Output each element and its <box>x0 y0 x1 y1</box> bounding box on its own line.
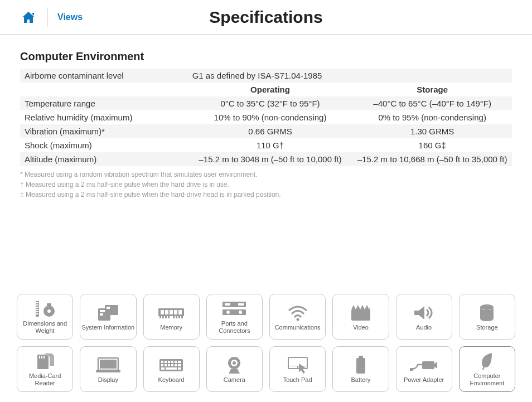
tile-ports-connectors[interactable]: Ports and Connectors <box>206 294 263 340</box>
row-vibration: Vibration (maximum)* 0.66 GRMS 1.30 GRMS <box>20 124 512 138</box>
tile-label: Computer Environment <box>461 372 514 386</box>
row-humidity: Relative humidity (maximum) 10% to 90% (… <box>20 110 512 124</box>
svg-rect-42 <box>100 360 117 369</box>
tile-label: Audio <box>416 324 432 331</box>
tile-camera[interactable]: Camera <box>206 346 263 392</box>
svg-rect-31 <box>238 303 244 306</box>
wifi-icon <box>287 303 309 323</box>
svg-rect-12 <box>100 313 103 316</box>
tile-touch-pad[interactable]: Touch Pad <box>269 346 326 392</box>
tile-keyboard[interactable]: Keyboard <box>143 346 200 392</box>
tile-label: Ports and Connectors <box>208 320 261 334</box>
svg-rect-21 <box>159 316 161 318</box>
svg-rect-3 <box>36 307 38 308</box>
svg-rect-40 <box>43 356 45 359</box>
svg-point-34 <box>239 311 242 314</box>
svg-rect-2 <box>36 304 38 306</box>
svg-rect-50 <box>178 361 181 363</box>
svg-rect-26 <box>176 316 177 318</box>
svg-rect-75 <box>436 367 437 368</box>
tile-communications[interactable]: Communications <box>269 294 326 340</box>
tiles-row-1: Dimensions and Weight System Information <box>17 294 515 340</box>
svg-rect-57 <box>161 367 165 370</box>
row-altitude: Altitude (maximum) –15.2 m to 3048 m (–5… <box>20 152 512 166</box>
tile-label: Camera <box>224 376 245 384</box>
svg-rect-22 <box>162 316 164 318</box>
svg-rect-20 <box>178 310 182 314</box>
home-icon <box>21 11 36 24</box>
footnotes: * Measured using a random vibration spec… <box>20 169 512 200</box>
svg-rect-52 <box>165 364 167 366</box>
tile-system-information[interactable]: System Information <box>80 294 136 340</box>
dimensions-weight-icon <box>33 299 57 319</box>
views-link[interactable]: Views <box>57 12 83 22</box>
svg-rect-49 <box>175 361 177 363</box>
tile-memory[interactable]: Memory <box>143 294 200 340</box>
svg-rect-16 <box>161 310 164 314</box>
tile-label: Keyboard <box>158 376 185 384</box>
svg-rect-1 <box>36 302 38 303</box>
tile-media-card-reader[interactable]: Media-Card Reader <box>17 346 73 392</box>
cell-label: Relative humidity (maximum) <box>20 110 188 124</box>
footnote-a: * Measured using a random vibration spec… <box>20 169 512 180</box>
tile-battery[interactable]: Battery <box>332 346 389 392</box>
svg-rect-65 <box>289 366 297 368</box>
svg-rect-74 <box>436 362 437 364</box>
svg-rect-18 <box>170 310 173 314</box>
tile-computer-environment[interactable]: Computer Environment <box>459 346 515 392</box>
svg-rect-30 <box>225 303 230 306</box>
svg-rect-28 <box>181 316 183 318</box>
svg-rect-46 <box>165 361 167 363</box>
cell-operating: 110 G† <box>188 138 353 152</box>
svg-rect-14 <box>107 307 110 309</box>
memory-icon <box>157 303 185 323</box>
vertical-divider <box>47 8 47 27</box>
cell-label: Temperature range <box>20 96 188 110</box>
tile-power-adapter[interactable]: Power Adapter <box>396 346 452 392</box>
svg-rect-55 <box>175 364 177 366</box>
row-headers: Operating Storage <box>20 83 512 96</box>
system-information-icon <box>97 303 119 323</box>
svg-rect-67 <box>359 356 363 358</box>
keyboard-icon <box>158 355 184 375</box>
tile-label: Memory <box>160 324 182 331</box>
tile-display[interactable]: Display <box>80 346 136 392</box>
svg-rect-64 <box>289 358 307 366</box>
cell-storage: 0% to 95% (non-condensing) <box>352 110 512 124</box>
cell-operating: 10% to 90% (non-condensing) <box>188 110 353 124</box>
tile-dimensions-weight[interactable]: Dimensions and Weight <box>17 294 73 340</box>
tiles-row-2: Media-Card Reader Display <box>17 346 515 392</box>
tile-label: Communications <box>275 324 321 331</box>
tile-storage[interactable]: Storage <box>459 294 515 340</box>
svg-point-37 <box>480 304 494 310</box>
cell-label: Altitude (maximum) <box>20 152 188 166</box>
power-adapter-icon <box>410 355 438 375</box>
col-operating: Operating <box>188 83 353 96</box>
svg-rect-45 <box>161 361 163 363</box>
footnote-b: † Measured using a 2 ms half-sine pulse … <box>20 180 512 190</box>
tile-video[interactable]: Video <box>332 294 389 340</box>
row-temperature: Temperature range 0°C to 35°C (32°F to 9… <box>20 96 512 110</box>
video-icon <box>350 303 371 323</box>
svg-rect-8 <box>47 303 51 306</box>
cell-operating: 0.66 GRMS <box>188 124 353 138</box>
svg-rect-32 <box>223 309 246 315</box>
content-area: Computer Environment Airborne contaminan… <box>0 35 532 200</box>
svg-rect-53 <box>168 364 170 366</box>
svg-rect-5 <box>36 311 38 312</box>
home-button[interactable] <box>21 11 36 24</box>
svg-rect-13 <box>105 305 118 315</box>
cell-value: G1 as defined by ISA-S71.04-1985 <box>188 69 512 83</box>
svg-rect-6 <box>36 313 38 314</box>
svg-rect-19 <box>174 310 177 314</box>
svg-rect-17 <box>165 310 168 314</box>
svg-point-62 <box>233 361 236 365</box>
svg-rect-51 <box>161 364 163 366</box>
svg-rect-59 <box>178 367 181 370</box>
cell-storage: –40°C to 65°C (–40°F to 149°F) <box>352 96 512 110</box>
tile-audio[interactable]: Audio <box>396 294 452 340</box>
cell-operating: 0°C to 35°C (32°F to 95°F) <box>188 96 353 110</box>
cell-storage: 1.30 GRMS <box>352 124 512 138</box>
tile-label: Display <box>98 376 118 384</box>
nav-tiles: Dimensions and Weight System Information <box>0 294 532 392</box>
